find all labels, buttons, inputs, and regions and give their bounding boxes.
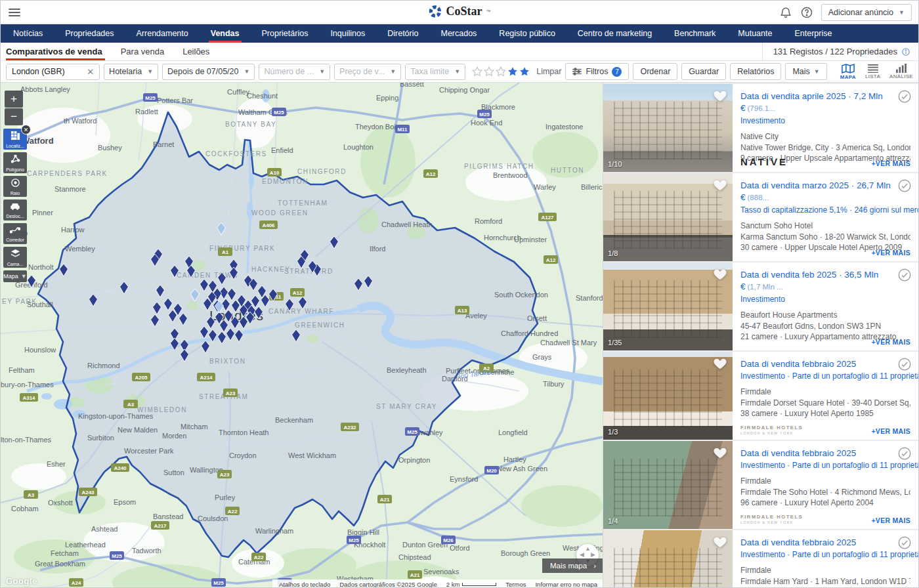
verified-check-icon[interactable] [897, 89, 912, 104]
nav-item-vendas[interactable]: Vendas [200, 24, 251, 43]
ver-mais-link[interactable]: +VER MAIS [871, 516, 910, 524]
subtab-comparativos-de-venda[interactable]: Comparativos de venda [1, 43, 112, 60]
favorite-heart-icon[interactable] [713, 178, 727, 192]
nav-item-registo-publico[interactable]: Registo público [488, 24, 566, 43]
property-card[interactable]: Data di vendita febbraio 2025Investiment… [603, 530, 918, 588]
property-card[interactable]: 1/10Data di vendita aprile 2025 · 7,2 Ml… [603, 84, 918, 172]
verified-check-icon[interactable] [897, 446, 912, 461]
relatorios-button[interactable]: Relatórios [730, 63, 781, 80]
favorite-heart-icon[interactable] [713, 535, 727, 549]
property-card[interactable]: 1/8Data di vendita marzo 2025 · 26,7 Mln… [603, 173, 918, 261]
property-photo[interactable]: 1/35 [603, 262, 733, 350]
more-button[interactable]: Mais ▼ [785, 63, 826, 80]
map-tool-raio[interactable]: Raio [3, 176, 27, 197]
map-tool-corredor[interactable]: Corredor [3, 223, 27, 244]
notifications-bell-icon[interactable] [779, 6, 792, 19]
view-toggle-lista[interactable]: LISTA [865, 64, 880, 79]
pan-up-icon[interactable]: ▲ [585, 546, 591, 552]
zoom-out-button[interactable]: − [5, 108, 23, 125]
property-photo[interactable]: 1/3 [603, 352, 733, 440]
property-photo[interactable] [603, 530, 733, 588]
help-icon[interactable] [800, 6, 813, 19]
filter-select-depois-de-07-05-20[interactable]: Depois de 07/05/20▼ [162, 64, 255, 80]
star-4-filled[interactable] [507, 66, 518, 77]
nav-item-mercados[interactable]: Mercados [429, 24, 488, 43]
nav-item-propriedades[interactable]: Propriedades [54, 24, 125, 43]
listing-subtitle-link[interactable]: Investimento · Parte di un portafoglio d… [740, 461, 918, 470]
property-card[interactable]: 1/3Data di vendita febbraio 2025Investim… [603, 352, 918, 440]
listing-subtitle-link[interactable]: Investimento [740, 295, 785, 304]
keyboard-shortcuts-link[interactable]: Atalhos do teclado [279, 581, 330, 588]
favorite-heart-icon[interactable] [713, 89, 727, 103]
view-toggle-analise[interactable]: ANÁLISE [889, 64, 913, 79]
map-tool-poligono[interactable]: Polígono [3, 152, 27, 173]
nav-item-inquilinos[interactable]: Inquilinos [319, 24, 376, 43]
favorite-heart-icon[interactable] [713, 446, 727, 460]
nav-item-diretorio[interactable]: Diretório [376, 24, 429, 43]
view-toggle-mapa[interactable]: MAPA [840, 64, 856, 80]
nav-item-mutuante[interactable]: Mutuante [727, 24, 783, 43]
ver-mais-link[interactable]: +VER MAIS [871, 249, 910, 257]
star-3-empty[interactable] [496, 66, 506, 77]
location-search-input[interactable]: London (GBR) ✕ [6, 64, 100, 80]
ver-mais-link[interactable]: +VER MAIS [871, 338, 910, 346]
nav-item-enterprise[interactable]: Enterprise [783, 24, 843, 43]
subtab-para-venda[interactable]: Para venda [112, 43, 174, 60]
listing-title-link[interactable]: Data di vendita febbraio 2025 [740, 359, 856, 369]
map-tool-cama[interactable]: Cama... [3, 247, 27, 268]
pan-right-icon[interactable]: ▶ [591, 552, 595, 558]
nav-item-proprietarios[interactable]: Proprietários [251, 24, 320, 43]
verified-check-icon[interactable] [897, 357, 912, 371]
star-1-empty[interactable] [472, 66, 482, 77]
map-tool-localiz[interactable]: Localiz...✕ [3, 129, 27, 150]
add-listing-button[interactable]: Adicionar anúncio ▼ [821, 4, 912, 21]
clear-filters-link[interactable]: Limpar [536, 67, 561, 76]
map-town-label: Esher [47, 460, 66, 468]
guardar-button[interactable]: Guardar [681, 63, 726, 80]
terms-link[interactable]: Termos [505, 581, 526, 588]
costar-logo[interactable]: CoStar ™ [429, 5, 491, 18]
verified-check-icon[interactable] [897, 536, 912, 550]
info-icon[interactable] [901, 47, 910, 56]
property-photo[interactable]: 1/8 [603, 173, 733, 261]
verified-check-icon[interactable] [897, 178, 912, 193]
property-card[interactable]: 1/35Data di vendita feb 2025 · 36,5 Mln … [603, 262, 918, 350]
favorite-heart-icon[interactable] [713, 267, 727, 282]
map-style-button[interactable]: Mapa▼ [3, 270, 27, 282]
report-map-error-link[interactable]: Informar erro no mapa [535, 581, 597, 588]
more-map-button[interactable]: Mais mapa › [542, 558, 603, 573]
property-photo[interactable]: 1/4 [603, 441, 733, 529]
favorite-heart-icon[interactable] [713, 356, 727, 371]
ver-mais-link[interactable]: +VER MAIS [871, 159, 910, 167]
filter-select-hotelaria[interactable]: Hotelaria▼ [104, 64, 158, 80]
filters-button[interactable]: Filtros 7 [565, 63, 629, 80]
nav-item-benchmark[interactable]: Benchmark [663, 24, 727, 43]
star-rating-filter[interactable] [472, 66, 530, 77]
property-card[interactable]: 1/4Data di vendita febbraio 2025Investim… [603, 441, 918, 529]
subtab-leiloes[interactable]: Leilões [173, 43, 219, 60]
property-photo[interactable]: 1/10 [603, 84, 733, 172]
clear-location-icon[interactable]: ✕ [87, 67, 94, 77]
listing-title-link[interactable]: Data di vendita febbraio 2025 [740, 537, 856, 547]
svg-text:A12: A12 [293, 290, 303, 296]
ver-mais-link[interactable]: +VER MAIS [871, 427, 910, 435]
listing-subtitle-link[interactable]: Tasso di capitalizzazione 5,1% · 246 gio… [740, 205, 918, 215]
listing-subtitle-link[interactable]: Investimento · Parte di un portafoglio d… [740, 550, 918, 559]
nav-item-noticias[interactable]: Notícias [2, 24, 54, 43]
listing-title-link[interactable]: Data di vendita febbraio 2025 [740, 448, 856, 458]
map-town-label: Coulsdon [198, 514, 228, 522]
listing-subtitle-link[interactable]: Investimento [740, 116, 785, 125]
star-2-empty[interactable] [484, 66, 494, 77]
close-icon[interactable]: ✕ [21, 125, 31, 135]
nav-item-centro-de-marketing[interactable]: Centro de marketing [566, 24, 663, 43]
hamburger-menu-icon[interactable] [9, 7, 20, 18]
star-5-filled[interactable] [519, 66, 530, 77]
zoom-in-button[interactable]: + [5, 91, 23, 108]
listing-subtitle-link[interactable]: Investimento · Parte di un portafoglio d… [740, 371, 918, 381]
map-canvas[interactable]: CARPENDERS PARKCOCKFOSTERSBOTANY BAYEDMO… [1, 83, 603, 588]
verified-check-icon[interactable] [897, 268, 912, 282]
nav-item-arrendamento[interactable]: Arrendamento [125, 24, 200, 43]
map-tool-desloc[interactable]: Desloc... [3, 200, 27, 220]
pan-left-icon[interactable]: ◀ [580, 552, 584, 558]
ordenar-button[interactable]: Ordenar [633, 63, 677, 80]
